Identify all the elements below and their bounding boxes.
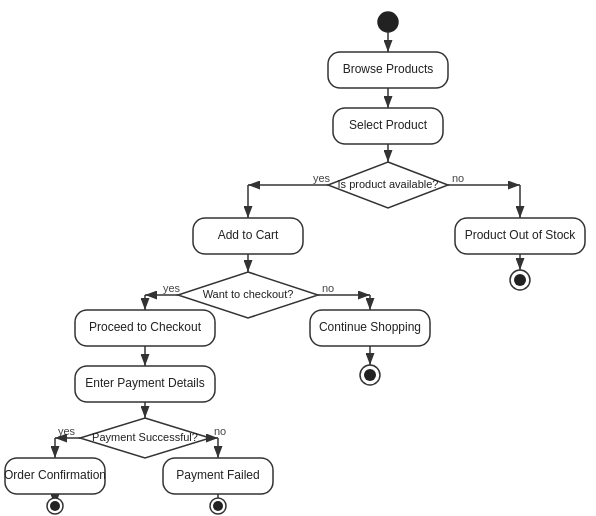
no-label-payment: no	[214, 425, 226, 437]
order-confirmation-label: Order Confirmation	[4, 468, 106, 482]
svg-point-28	[213, 501, 223, 511]
product-out-of-stock-label: Product Out of Stock	[465, 228, 577, 242]
select-product-label: Select Product	[349, 118, 428, 132]
enter-payment-label: Enter Payment Details	[85, 376, 204, 390]
is-available-label: Is product available?	[338, 178, 439, 190]
svg-point-25	[50, 501, 60, 511]
no-label-available: no	[452, 172, 464, 184]
yes-label-checkout: yes	[163, 282, 181, 294]
yes-label-available: yes	[313, 172, 331, 184]
proceed-checkout-label: Proceed to Checkout	[89, 320, 202, 334]
start-node	[378, 12, 398, 32]
want-to-checkout-label: Want to checkout?	[203, 288, 294, 300]
svg-point-8	[514, 274, 526, 286]
payment-successful-label: Payment Successful?	[92, 431, 198, 443]
no-label-checkout: no	[322, 282, 334, 294]
yes-label-payment: yes	[58, 425, 76, 437]
continue-shopping-label: Continue Shopping	[319, 320, 421, 334]
browse-products-label: Browse Products	[343, 62, 434, 76]
add-to-cart-label: Add to Cart	[218, 228, 279, 242]
svg-point-15	[364, 369, 376, 381]
payment-failed-label: Payment Failed	[176, 468, 259, 482]
